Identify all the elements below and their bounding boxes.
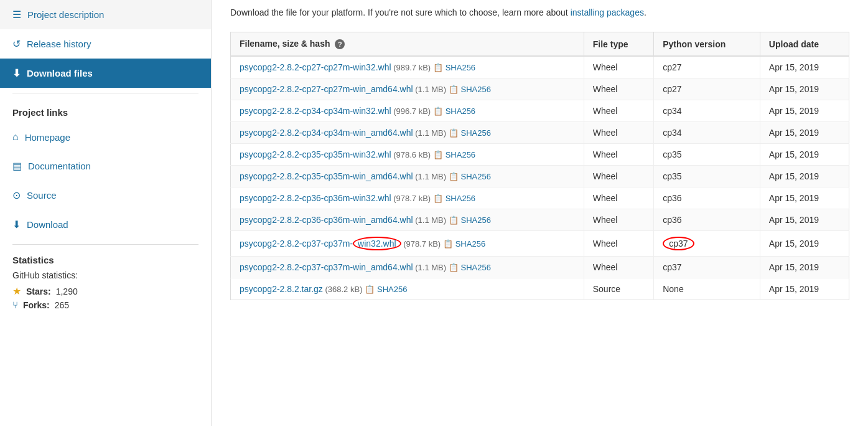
sha-link[interactable]: SHA256 bbox=[446, 194, 475, 203]
table-row: psycopg2-2.8.2-cp27-cp27m-win_amd64.whl … bbox=[231, 78, 849, 100]
file-link[interactable]: psycopg2-2.8.2-cp27-cp27m-win32.whl bbox=[240, 62, 391, 72]
file-link[interactable]: psycopg2-2.8.2.tar.gz bbox=[240, 284, 323, 294]
file-type-cell: Wheel bbox=[584, 257, 653, 278]
sha-link[interactable]: SHA256 bbox=[455, 239, 485, 249]
help-icon[interactable]: ? bbox=[335, 39, 345, 49]
upload-date-cell: Apr 15, 2019 bbox=[760, 56, 849, 78]
upload-date-cell: Apr 15, 2019 bbox=[760, 257, 849, 278]
upload-date-cell: Apr 15, 2019 bbox=[760, 122, 849, 144]
file-type-cell: Wheel bbox=[584, 78, 653, 100]
sha-link[interactable]: SHA256 bbox=[461, 215, 491, 225]
clipboard-icon: 📋 bbox=[449, 172, 459, 181]
star-icon: ★ bbox=[12, 285, 21, 297]
sidebar-divider-2 bbox=[12, 244, 198, 245]
file-size: (978.7 kB) bbox=[391, 194, 433, 203]
sha-link[interactable]: SHA256 bbox=[446, 63, 475, 72]
sidebar-item-source[interactable]: ⊙ Source bbox=[0, 181, 211, 210]
file-type-cell: Wheel bbox=[584, 187, 653, 209]
python-version-cell: cp27 bbox=[654, 56, 760, 78]
clipboard-icon: 📋 bbox=[449, 85, 459, 94]
file-type-cell: Wheel bbox=[584, 100, 653, 122]
file-size: (368.2 kB) bbox=[323, 285, 365, 294]
clipboard-icon: 📋 bbox=[433, 150, 443, 159]
file-type-cell: Source bbox=[584, 278, 653, 300]
sidebar-item-documentation[interactable]: ▤ Documentation bbox=[0, 151, 211, 181]
file-size: (1.1 MB) bbox=[413, 85, 449, 94]
upload-date-cell: Apr 15, 2019 bbox=[760, 278, 849, 300]
intro-text-content: Download the file for your platform. If … bbox=[230, 7, 568, 17]
sha-link[interactable]: SHA256 bbox=[461, 85, 491, 94]
clipboard-icon: 📋 bbox=[449, 215, 459, 225]
sidebar-item-release-history[interactable]: ↺ Release history bbox=[0, 29, 211, 59]
sha-link[interactable]: SHA256 bbox=[377, 285, 407, 294]
file-link[interactable]: psycopg2-2.8.2-cp34-cp34m-win32.whl bbox=[240, 106, 391, 116]
python-version-cell: cp37 bbox=[654, 257, 760, 278]
col-filename-label: Filename, size & hash bbox=[240, 39, 330, 49]
sidebar-item-project-description[interactable]: ☰ Project description bbox=[0, 0, 211, 29]
file-cell: psycopg2-2.8.2-cp27-cp27m-win32.whl (989… bbox=[231, 56, 584, 78]
python-version-cell: cp34 bbox=[654, 122, 760, 144]
sha-link[interactable]: SHA256 bbox=[461, 172, 491, 181]
sidebar-item-label: Release history bbox=[27, 39, 91, 49]
python-version-cell: cp35 bbox=[654, 144, 760, 166]
upload-date-cell: Apr 15, 2019 bbox=[760, 209, 849, 231]
table-row: psycopg2-2.8.2-cp36-cp36m-win_amd64.whl … bbox=[231, 209, 849, 231]
clipboard-icon: 📋 bbox=[433, 194, 443, 203]
statistics-section: Statistics GitHub statistics: ★ Stars: 1… bbox=[0, 250, 211, 320]
clipboard-icon: 📋 bbox=[365, 285, 375, 294]
sidebar: ☰ Project description ↺ Release history … bbox=[0, 0, 212, 426]
file-size: (1.1 MB) bbox=[413, 128, 449, 138]
file-cell: psycopg2-2.8.2.tar.gz (368.2 kB) 📋 SHA25… bbox=[231, 278, 584, 300]
file-type-cell: Wheel bbox=[584, 122, 653, 144]
file-link[interactable]: psycopg2-2.8.2-cp35-cp35m-win32.whl bbox=[240, 149, 391, 159]
upload-date-cell: Apr 15, 2019 bbox=[760, 144, 849, 166]
table-row: psycopg2-2.8.2-cp34-cp34m-win_amd64.whl … bbox=[231, 122, 849, 144]
doc-icon: ▤ bbox=[12, 160, 22, 172]
sidebar-divider-1 bbox=[12, 93, 198, 93]
sidebar-item-label: Homepage bbox=[25, 132, 70, 143]
sidebar-item-download-files[interactable]: ⬇ Download files bbox=[0, 59, 211, 88]
file-link[interactable]: psycopg2-2.8.2-cp37-cp37m-win_amd64.whl bbox=[240, 262, 413, 272]
python-version-cell: cp36 bbox=[654, 187, 760, 209]
file-link[interactable]: psycopg2-2.8.2-cp36-cp36m-win32.whl bbox=[240, 193, 391, 203]
file-link[interactable]: psycopg2-2.8.2-cp34-cp34m-win_amd64.whl bbox=[240, 128, 413, 138]
file-link[interactable]: psycopg2-2.8.2-cp27-cp27m-win_amd64.whl bbox=[240, 84, 413, 94]
file-cell: psycopg2-2.8.2-cp34-cp34m-win_amd64.whl … bbox=[231, 122, 584, 144]
clipboard-icon: 📋 bbox=[449, 263, 459, 272]
table-row: psycopg2-2.8.2-cp27-cp27m-win32.whl (989… bbox=[231, 56, 849, 78]
file-size: (989.7 kB) bbox=[391, 63, 433, 72]
github-label: GitHub statistics: bbox=[12, 270, 198, 280]
sha-link[interactable]: SHA256 bbox=[461, 263, 491, 272]
file-link[interactable]: psycopg2-2.8.2-cp35-cp35m-win_amd64.whl bbox=[240, 171, 413, 181]
file-link[interactable]: psycopg2-2.8.2-cp37-cp37m- bbox=[240, 239, 353, 249]
sha-link[interactable]: SHA256 bbox=[446, 150, 475, 159]
table-row: psycopg2-2.8.2.tar.gz (368.2 kB) 📋 SHA25… bbox=[231, 278, 849, 300]
file-cell: psycopg2-2.8.2-cp35-cp35m-win32.whl (978… bbox=[231, 144, 584, 166]
intro-text: Download the file for your platform. If … bbox=[230, 6, 849, 19]
sidebar-item-homepage[interactable]: ⌂ Homepage bbox=[0, 123, 211, 151]
installing-packages-link[interactable]: installing packages bbox=[571, 7, 644, 17]
file-cell: psycopg2-2.8.2-cp37-cp37m-win32.whl (978… bbox=[231, 231, 584, 257]
download-icon-2: ⬇ bbox=[12, 219, 21, 230]
python-version-cell: cp27 bbox=[654, 78, 760, 100]
forks-value: 265 bbox=[55, 300, 69, 310]
history-icon: ↺ bbox=[12, 38, 21, 50]
sha-link[interactable]: SHA256 bbox=[461, 128, 491, 138]
statistics-title: Statistics bbox=[12, 255, 198, 265]
table-row: psycopg2-2.8.2-cp37-cp37m-win_amd64.whl … bbox=[231, 257, 849, 278]
circled-filename-part: win32.whl bbox=[353, 237, 401, 250]
python-version-cell: cp34 bbox=[654, 100, 760, 122]
stars-row: ★ Stars: 1,290 bbox=[12, 284, 198, 298]
sha-link[interactable]: SHA256 bbox=[446, 107, 475, 116]
file-cell: psycopg2-2.8.2-cp36-cp36m-win_amd64.whl … bbox=[231, 209, 584, 231]
col-python-version: Python version bbox=[654, 32, 760, 57]
list-icon: ☰ bbox=[12, 9, 21, 21]
table-row: psycopg2-2.8.2-cp37-cp37m-win32.whl (978… bbox=[231, 231, 849, 257]
python-version-cell: cp35 bbox=[654, 166, 760, 187]
file-size: (1.1 MB) bbox=[413, 263, 449, 272]
upload-date-cell: Apr 15, 2019 bbox=[760, 187, 849, 209]
table-row: psycopg2-2.8.2-cp35-cp35m-win_amd64.whl … bbox=[231, 166, 849, 187]
sidebar-item-download[interactable]: ⬇ Download bbox=[0, 210, 211, 239]
file-cell: psycopg2-2.8.2-cp36-cp36m-win32.whl (978… bbox=[231, 187, 584, 209]
file-link[interactable]: psycopg2-2.8.2-cp36-cp36m-win_amd64.whl bbox=[240, 215, 413, 225]
